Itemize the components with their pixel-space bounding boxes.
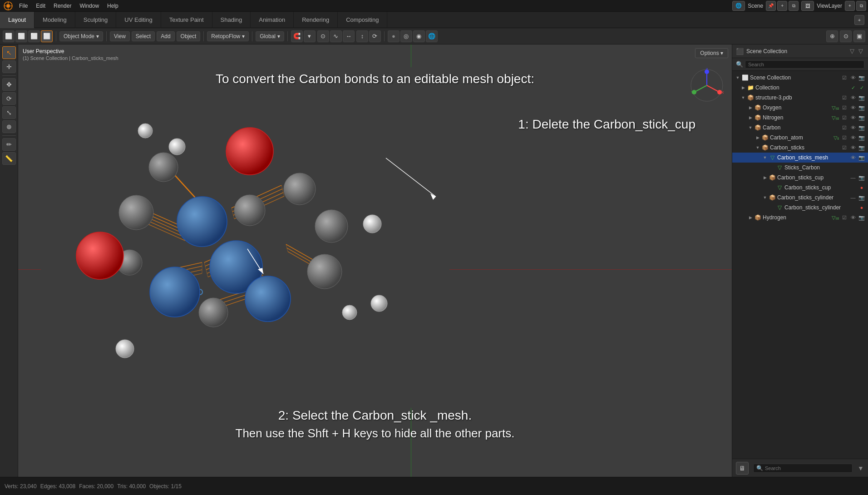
object-mode-btn[interactable]: Object Mode ▾ (59, 31, 103, 41)
tab-compositing[interactable]: Compositing (338, 12, 387, 28)
render-carbon[interactable]: 📷 (858, 124, 865, 131)
vis-structure3[interactable]: ☑ (841, 94, 848, 101)
tree-carbon-sticks-cup-group[interactable]: ▶ 📦 Carbon_sticks_cup — 📷 (732, 173, 868, 183)
outliner-filter2-icon[interactable]: ▽ (857, 48, 864, 55)
overlay-toggle[interactable]: ⊙ (840, 30, 852, 42)
menu-edit[interactable]: Edit (32, 2, 49, 10)
eye-root[interactable]: 👁 (849, 74, 857, 81)
retopoflow-btn[interactable]: RetopoFlow ▾ (207, 31, 249, 41)
xray-toggle[interactable]: ▣ (853, 30, 865, 42)
tree-expand-csc-group[interactable]: ▶ (761, 173, 769, 183)
vis-csm[interactable]: 👁 (849, 154, 857, 161)
tree-collection[interactable]: ▶ 📁 Collection ✓ ✓ (732, 83, 868, 93)
footer-search-input[interactable] (765, 465, 849, 471)
viewport-shading-4[interactable]: 🌐 (426, 30, 438, 42)
viewport-shading-2[interactable]: ◎ (400, 30, 412, 42)
eye-nitrogen[interactable]: 👁 (849, 114, 857, 121)
pin-icon[interactable]: 📌 (766, 1, 776, 11)
visibility-root[interactable]: ☑ (841, 74, 848, 81)
tree-carbon[interactable]: ▼ 📦 Carbon ☑ 👁 📷 (732, 123, 868, 133)
hide-cscyl-group[interactable]: — (849, 194, 857, 201)
tree-carbon-atom[interactable]: ▶ 📦 Carbon_atom ▽₂ ☑ 👁 📷 (732, 133, 868, 143)
tree-expand-cscyl-group[interactable]: ▼ (761, 193, 769, 203)
vis-carbon-sticks[interactable]: ☑ (841, 144, 848, 151)
select-circle-icon[interactable]: ⬜ (15, 30, 27, 42)
menu-render[interactable]: Render (50, 2, 75, 10)
render-csm[interactable]: 📷 (858, 154, 865, 161)
tree-expand-hydrogen[interactable]: ▶ (747, 213, 754, 223)
tree-expand-carbon[interactable]: ▼ (747, 123, 754, 133)
eye-structure3[interactable]: 👁 (849, 94, 857, 101)
vis-nitrogen[interactable]: ☑ (841, 114, 848, 121)
tab-rendering[interactable]: Rendering (294, 12, 338, 28)
eye-carbon[interactable]: 👁 (849, 124, 857, 131)
render-structure3[interactable]: 📷 (858, 94, 865, 101)
vis-carbon[interactable]: ☑ (841, 124, 848, 131)
tool-scale[interactable]: ⤡ (2, 106, 16, 119)
tree-structure3[interactable]: ▼ 📦 structure-3.pdb ☑ 👁 📷 (732, 93, 868, 103)
vis-oxygen[interactable]: ☑ (841, 104, 848, 111)
snap-icon[interactable]: 🧲 (291, 30, 303, 42)
tab-modeling[interactable]: Modeling (35, 12, 75, 28)
new-viewlayer-icon[interactable]: + (845, 1, 855, 11)
tree-sticks-carbon[interactable]: ▶ ▽ Sticks_Carbon (732, 163, 868, 173)
tree-carbon-sticks-cup[interactable]: ▶ ▽ Carbon_sticks_cup ● (732, 183, 868, 193)
tab-layout[interactable]: Layout (0, 12, 35, 28)
menu-help[interactable]: Help (104, 2, 122, 10)
dot-cscyl[interactable]: ● (858, 204, 865, 211)
tool-cursor[interactable]: ✛ (2, 60, 16, 73)
eye-hydrogen[interactable]: 👁 (849, 214, 857, 221)
object-btn[interactable]: Object (177, 31, 201, 41)
tree-hydrogen[interactable]: ▶ 📦 Hydrogen ▽₅₂ ☑ 👁 📷 (732, 213, 868, 223)
tab-shading[interactable]: Shading (212, 12, 251, 28)
gizmo-toggle[interactable]: ⊕ (826, 30, 838, 42)
vis-hydrogen[interactable]: ☑ (841, 214, 848, 221)
render-hydrogen[interactable]: 📷 (858, 214, 865, 221)
tree-expand-csm[interactable]: ▼ (761, 153, 769, 163)
tree-expand-carbon-atom[interactable]: ▶ (754, 133, 761, 143)
tab-sculpting[interactable]: Sculpting (75, 12, 116, 28)
menu-window[interactable]: Window (76, 2, 103, 10)
navigation-gizmo[interactable]: Z X Y (689, 67, 725, 104)
tool-rotate[interactable]: ⟳ (2, 92, 16, 105)
tab-texture-paint[interactable]: Texture Paint (161, 12, 212, 28)
view-btn[interactable]: View (110, 31, 130, 41)
tree-carbon-sticks[interactable]: ▼ 📦 Carbon_sticks ☑ 👁 📷 (732, 143, 868, 153)
select-box-icon[interactable]: ⬜ (3, 30, 15, 42)
render-csc-group[interactable]: 📷 (858, 174, 865, 181)
tool-select[interactable]: ↖ (2, 46, 16, 59)
tree-carbon-sticks-mesh[interactable]: ▼ ▽ Carbon_sticks_mesh 👁 📷 (732, 153, 868, 163)
footer-filter-icon[interactable]: ▼ (857, 465, 864, 472)
viewport-shading-3[interactable]: ◉ (413, 30, 425, 42)
add-btn[interactable]: Add (157, 31, 174, 41)
transform-icon[interactable]: ↕ (356, 30, 368, 42)
options-button[interactable]: Options ▾ (695, 48, 728, 58)
global-btn[interactable]: Global ▾ (256, 31, 284, 41)
tool-measure[interactable]: 📏 (2, 152, 16, 165)
scene-icon[interactable]: 🌐 (732, 1, 745, 11)
add-workspace-btn[interactable]: + (854, 15, 864, 25)
tree-expand-structure3[interactable]: ▼ (740, 93, 747, 103)
tree-expand-carbon-sticks[interactable]: ▼ (754, 143, 761, 153)
tree-expand-collection[interactable]: ▶ (740, 83, 747, 93)
vis-collection[interactable]: ✓ (849, 84, 857, 91)
footer-btn-scene[interactable]: 🖥 (736, 462, 749, 475)
outliner-filter-icon[interactable]: ▽ (848, 48, 856, 55)
snap-options-icon[interactable]: ▾ (304, 30, 316, 42)
tree-expand-root[interactable]: ▼ (734, 73, 741, 83)
proportional-icon[interactable]: ⊙ (317, 30, 329, 42)
tree-nitrogen[interactable]: ▶ 📦 Nitrogen ▽₅₂ ☑ 👁 📷 (732, 113, 868, 123)
eye-carbon-atom[interactable]: 👁 (849, 134, 857, 141)
select-btn[interactable]: Select (132, 31, 155, 41)
copy-viewlayer-icon[interactable]: ⧉ (856, 1, 866, 11)
render-root[interactable]: 📷 (858, 74, 865, 81)
render-carbon-sticks[interactable]: 📷 (858, 144, 865, 151)
outliner-search-input[interactable] (745, 60, 864, 69)
render-cscyl-group[interactable]: 📷 (858, 194, 865, 201)
new-scene-icon[interactable]: + (777, 1, 787, 11)
rotate-icon[interactable]: ⟳ (369, 30, 381, 42)
tree-carbon-sticks-cylinder[interactable]: ▶ ▽ Carbon_sticks_cylinder ● (732, 203, 868, 213)
render-carbon-atom[interactable]: 📷 (858, 134, 865, 141)
hide-csc-group[interactable]: — (849, 174, 857, 181)
menu-file[interactable]: File (15, 2, 31, 10)
